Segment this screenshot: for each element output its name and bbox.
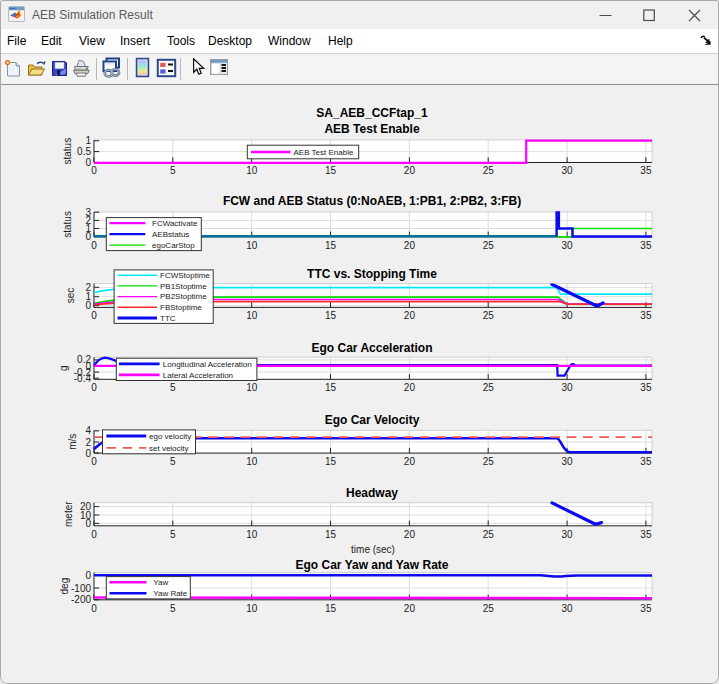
- svg-text:status: status: [62, 211, 73, 238]
- svg-text:sec: sec: [65, 288, 76, 304]
- svg-text:20: 20: [404, 310, 416, 321]
- svg-text:25: 25: [483, 382, 495, 393]
- svg-text:Headway: Headway: [346, 486, 398, 500]
- svg-text:25: 25: [483, 456, 495, 467]
- svg-text:FCWactivate: FCWactivate: [152, 219, 198, 228]
- svg-text:35: 35: [640, 456, 652, 467]
- svg-text:5: 5: [170, 165, 176, 176]
- svg-text:SA_AEB_CCFtap_1: SA_AEB_CCFtap_1: [316, 106, 428, 120]
- svg-text:15: 15: [325, 165, 337, 176]
- svg-text:TTC vs. Stopping Time: TTC vs. Stopping Time: [307, 267, 437, 281]
- svg-text:20: 20: [404, 529, 416, 540]
- svg-text:15: 15: [325, 382, 337, 393]
- svg-text:ego velocity: ego velocity: [149, 432, 191, 441]
- svg-text:0: 0: [91, 165, 97, 176]
- svg-text:20: 20: [404, 456, 416, 467]
- svg-text:0: 0: [85, 231, 91, 242]
- svg-text:AEB Test Enable: AEB Test Enable: [324, 122, 419, 136]
- svg-text:-100: -100: [71, 583, 91, 594]
- svg-text:35: 35: [640, 165, 652, 176]
- svg-text:Longitudinal Acceleration: Longitudinal Acceleration: [163, 360, 252, 369]
- svg-text:35: 35: [640, 240, 652, 251]
- svg-text:30: 30: [562, 603, 574, 614]
- svg-text:Ego Car Velocity: Ego Car Velocity: [325, 413, 420, 427]
- svg-text:Lateral Acceleration: Lateral Acceleration: [163, 371, 233, 380]
- svg-text:30: 30: [562, 240, 574, 251]
- svg-text:deg: deg: [59, 578, 70, 595]
- svg-text:35: 35: [640, 529, 652, 540]
- svg-text:PB1Stoptime: PB1Stoptime: [160, 282, 207, 291]
- svg-text:-0.4: -0.4: [74, 373, 92, 384]
- svg-text:FBStoptime: FBStoptime: [160, 303, 202, 312]
- svg-text:meter: meter: [63, 501, 74, 527]
- svg-text:20: 20: [404, 240, 416, 251]
- svg-text:20: 20: [404, 165, 416, 176]
- svg-text:0: 0: [91, 529, 97, 540]
- svg-text:15: 15: [325, 456, 337, 467]
- svg-text:10: 10: [246, 382, 258, 393]
- svg-text:1: 1: [85, 135, 91, 146]
- svg-text:FCWStoptime: FCWStoptime: [160, 271, 210, 280]
- svg-text:20: 20: [404, 382, 416, 393]
- svg-text:0: 0: [85, 448, 91, 459]
- svg-text:4: 4: [85, 425, 91, 436]
- svg-text:0: 0: [91, 310, 97, 321]
- svg-text:0: 0: [91, 456, 97, 467]
- svg-text:g: g: [58, 365, 69, 371]
- svg-text:5: 5: [170, 456, 176, 467]
- svg-text:2: 2: [85, 437, 91, 448]
- svg-text:5: 5: [170, 382, 176, 393]
- svg-text:Yaw: Yaw: [153, 578, 168, 587]
- svg-text:30: 30: [562, 456, 574, 467]
- svg-text:FCW and AEB Status (0:NoAEB, 1: FCW and AEB Status (0:NoAEB, 1:PB1, 2:PB…: [223, 194, 521, 208]
- svg-text:25: 25: [483, 240, 495, 251]
- svg-text:10: 10: [246, 240, 258, 251]
- svg-text:PB2Stoptime: PB2Stoptime: [160, 292, 207, 301]
- svg-text:AEB Test Enable: AEB Test Enable: [294, 148, 354, 157]
- svg-text:10: 10: [246, 165, 258, 176]
- svg-text:0: 0: [85, 300, 91, 311]
- svg-text:30: 30: [562, 310, 574, 321]
- svg-text:30: 30: [562, 165, 574, 176]
- svg-text:35: 35: [640, 382, 652, 393]
- svg-text:0: 0: [91, 382, 97, 393]
- svg-text:m/s: m/s: [67, 434, 78, 450]
- svg-text:30: 30: [562, 382, 574, 393]
- svg-text:10: 10: [246, 310, 258, 321]
- svg-text:35: 35: [640, 603, 652, 614]
- svg-text:25: 25: [483, 310, 495, 321]
- svg-text:0: 0: [85, 518, 91, 529]
- svg-text:25: 25: [483, 603, 495, 614]
- svg-text:0: 0: [91, 603, 97, 614]
- svg-text:10: 10: [246, 529, 258, 540]
- svg-text:status: status: [62, 138, 73, 165]
- svg-text:10: 10: [246, 603, 258, 614]
- svg-text:25: 25: [483, 165, 495, 176]
- svg-text:0: 0: [85, 157, 91, 168]
- svg-text:35: 35: [640, 310, 652, 321]
- svg-text:30: 30: [562, 529, 574, 540]
- svg-text:AEBstatus: AEBstatus: [152, 230, 189, 239]
- svg-text:Ego Car Yaw and Yaw Rate: Ego Car Yaw and Yaw Rate: [296, 558, 449, 572]
- svg-text:Ego Car Acceleration: Ego Car Acceleration: [312, 341, 433, 355]
- svg-text:15: 15: [325, 529, 337, 540]
- svg-text:15: 15: [325, 240, 337, 251]
- svg-text:set velocity: set velocity: [149, 444, 189, 453]
- svg-text:15: 15: [325, 310, 337, 321]
- svg-text:15: 15: [325, 603, 337, 614]
- svg-text:0.5: 0.5: [77, 146, 91, 157]
- svg-text:25: 25: [483, 529, 495, 540]
- svg-text:5: 5: [170, 529, 176, 540]
- svg-text:5: 5: [170, 603, 176, 614]
- svg-text:20: 20: [404, 603, 416, 614]
- svg-text:0: 0: [85, 570, 91, 581]
- svg-text:0: 0: [91, 240, 97, 251]
- svg-text:time (sec): time (sec): [351, 544, 395, 555]
- svg-text:Yaw Rate: Yaw Rate: [153, 589, 188, 598]
- svg-text:egoCarStop: egoCarStop: [152, 241, 195, 250]
- svg-text:TTC: TTC: [160, 314, 176, 323]
- svg-text:10: 10: [246, 456, 258, 467]
- svg-text:-200: -200: [71, 594, 91, 605]
